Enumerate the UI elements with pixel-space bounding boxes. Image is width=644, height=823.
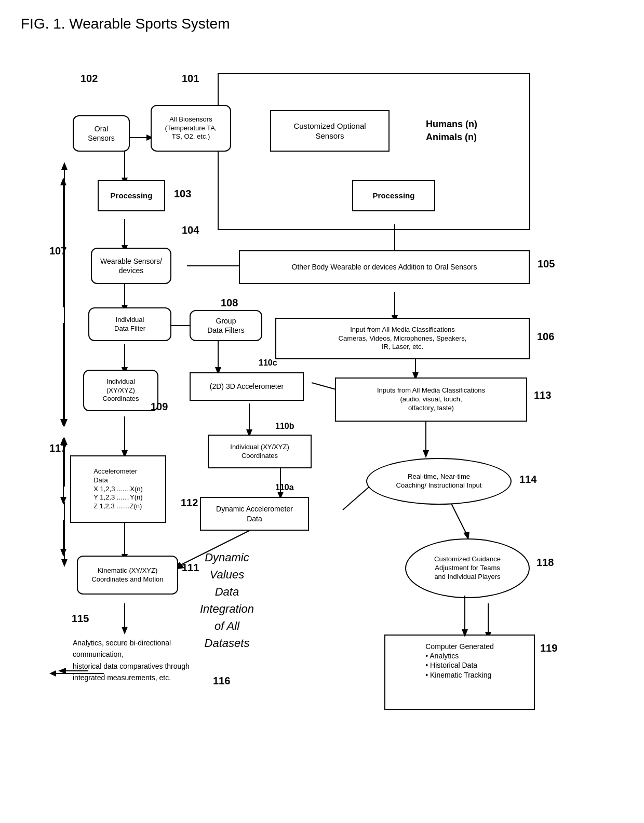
label-115: 115 xyxy=(72,613,89,625)
label-110b: 110b xyxy=(275,422,294,431)
box-oral-sensors: OralSensors xyxy=(73,115,130,152)
box-processing-right: Processing xyxy=(352,180,435,211)
box-wearable-sensors: Wearable Sensors/ devices xyxy=(91,248,171,284)
label-108: 108 xyxy=(221,297,238,309)
diagram: 101 102 OralSensors All Biosensors (Temp… xyxy=(21,43,623,811)
box-accelerometer-data: Accelerometer Data X 1,2,3 .......X(n) Y… xyxy=(70,455,166,523)
label-114: 114 xyxy=(519,474,536,485)
label-103: 103 xyxy=(174,188,191,200)
svg-marker-60 xyxy=(49,670,56,677)
box-accelerometer-3d: (2D) 3D Accelerometer xyxy=(190,372,304,401)
fig-title: FIG. 1. Wearable Sports System xyxy=(21,16,623,32)
svg-marker-66 xyxy=(61,419,68,427)
box-customized-optional: Customized Optional Sensors xyxy=(270,110,390,152)
box-inputs-media-2: Inputs from All Media Classifications (a… xyxy=(335,377,527,422)
box-individual-data-filter: Individual Data Filter xyxy=(88,307,171,341)
box-other-body: Other Body Wearable or devices Addition … xyxy=(239,250,530,284)
label-111: 111 xyxy=(182,562,199,574)
box-all-biosensors: All Biosensors (Temperature TA, TS, O2, … xyxy=(151,105,231,152)
label-105: 105 xyxy=(538,258,555,270)
svg-marker-62 xyxy=(462,629,468,637)
arrow-116 xyxy=(47,666,109,681)
label-dynamic-values: DynamicValuesDataIntegrationof AllDatase… xyxy=(200,549,254,652)
box-dynamic-accelerometer: Dynamic Accelerometer Data xyxy=(200,497,309,531)
box-kinematic: Kinematic (XY/XYZ) Coordinates and Motio… xyxy=(77,556,178,595)
box-group-data-filters: Group Data Filters xyxy=(190,310,262,341)
box-processing-left: Processing xyxy=(98,180,165,211)
label-113: 113 xyxy=(534,389,551,401)
box-customized-guidance: Customized Guidance Adjustment for Teams… xyxy=(405,538,530,598)
label-109: 109 xyxy=(151,401,168,413)
box-individual-xyz-2: Individual (XY/XYZ) Coordinates xyxy=(208,435,312,468)
label-119: 119 xyxy=(540,642,557,654)
svg-marker-68 xyxy=(61,437,68,445)
svg-marker-17 xyxy=(122,627,128,635)
label-116: 116 xyxy=(213,675,230,687)
label-110a: 110a xyxy=(275,483,294,492)
label-102: 102 xyxy=(81,73,98,85)
box-input-media: Input from All Media Classifications Cam… xyxy=(275,318,530,359)
left-side-arrows-lower xyxy=(58,344,71,432)
label-humans-animals: Humans (n)Animals (n) xyxy=(426,118,477,144)
label-110c: 110c xyxy=(259,358,277,368)
left-side-arrows-117 xyxy=(58,435,71,570)
svg-marker-64 xyxy=(61,162,68,170)
label-118: 118 xyxy=(536,557,554,569)
box-realtime-coaching: Real-time, Near-time Coaching/ Instructi… xyxy=(366,458,512,505)
box-computer-generated: Computer Generated • Analytics • Histori… xyxy=(384,635,535,710)
svg-marker-43 xyxy=(423,450,429,458)
arrow-guidance-to-generated xyxy=(457,596,473,637)
page: FIG. 1. Wearable Sports System xyxy=(0,0,644,823)
svg-marker-70 xyxy=(61,559,68,567)
label-101: 101 xyxy=(182,73,199,85)
label-104: 104 xyxy=(182,224,199,236)
label-106: 106 xyxy=(537,331,554,343)
label-112: 112 xyxy=(181,497,198,509)
box-individual-xyz: Individual (XY/XYZ) Coordinates xyxy=(83,370,158,411)
